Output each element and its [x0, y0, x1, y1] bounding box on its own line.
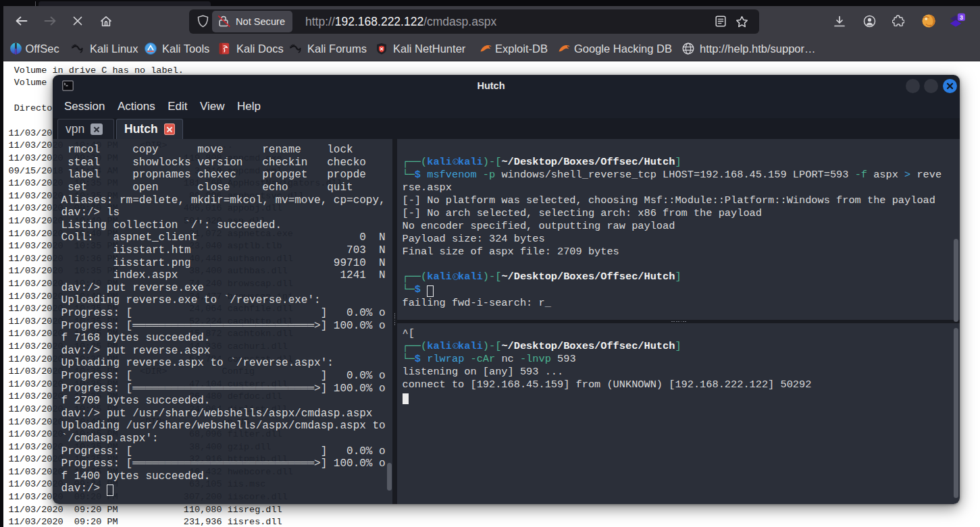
svg-text:3: 3 [960, 14, 963, 21]
